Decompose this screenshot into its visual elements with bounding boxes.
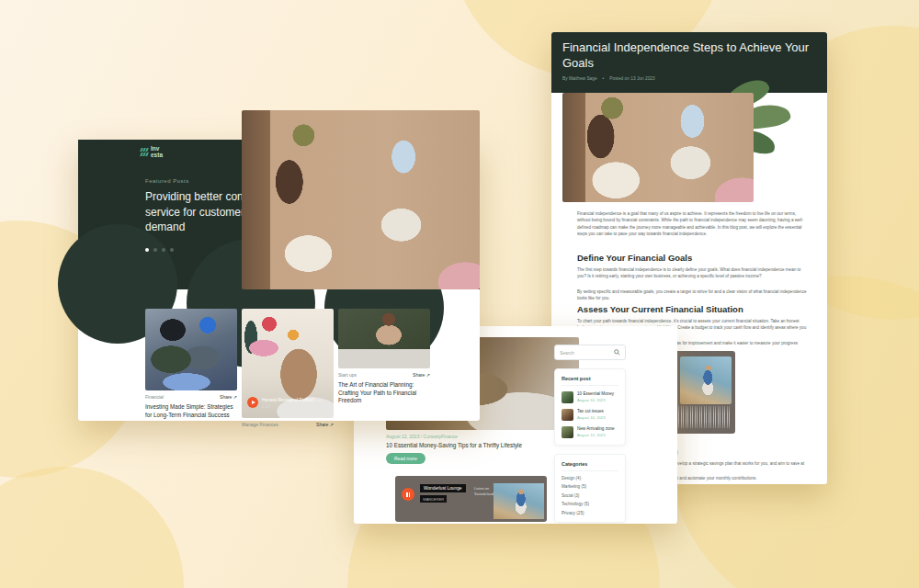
track-title[interactable]: Wonderlust Lounge xyxy=(420,484,466,492)
pause-button[interactable] xyxy=(402,488,414,501)
share-arrow-icon: ↗ xyxy=(233,394,237,400)
recent-posts-heading: Recent post xyxy=(562,376,618,386)
video-duration: 1:10 xyxy=(262,404,320,409)
search-icon[interactable] xyxy=(614,349,620,356)
categories-widget: Categories Design (4) Marketing (5) Soci… xyxy=(554,454,626,523)
post-category: Financial xyxy=(145,394,164,400)
hero-photo xyxy=(242,110,480,289)
audio-cover-photo xyxy=(680,356,732,404)
blog-sidebar: Recent post 10 Essential Money August 10… xyxy=(554,345,626,523)
carousel-dot[interactable] xyxy=(153,248,157,252)
recent-post-item[interactable]: 10 Essential Money August 10, 2023 xyxy=(562,391,618,403)
article-byline: By Matthew Sage • Posted on 13 Jun 2023 xyxy=(562,76,655,81)
category-item[interactable]: Social (3) xyxy=(562,493,618,498)
featured-posts-label: Featured Posts xyxy=(145,178,189,184)
read-more-button[interactable]: Read more xyxy=(386,453,425,464)
share-arrow-icon: ↗ xyxy=(330,422,334,427)
article-header: Financial Independence Steps to Achieve … xyxy=(551,32,827,93)
featured-post-title[interactable]: 10 Essential Money-Saving Tips for a Thr… xyxy=(386,442,579,448)
background-circle xyxy=(0,467,184,588)
post-card[interactable]: Start ups Share ↗ The Art of Financial P… xyxy=(338,309,430,405)
carousel-dot[interactable] xyxy=(145,248,149,252)
video-overlay: Honest Review of Perfect .... 1:10 xyxy=(247,397,320,409)
post-share-link[interactable]: Share ↗ xyxy=(316,422,334,427)
category-item[interactable]: Technology (5) xyxy=(562,502,618,506)
post-title[interactable]: Investing Made Simple: Strategies for Lo… xyxy=(145,403,237,419)
search-input[interactable] xyxy=(560,350,613,356)
article-hero-photo xyxy=(562,93,754,202)
play-button-icon[interactable] xyxy=(247,397,258,408)
featured-post-meta: August 12, 2023 / CuriosityFinance Share… xyxy=(386,434,579,439)
article-title: Financial Independence Steps to Achieve … xyxy=(562,40,824,71)
carousel-dots xyxy=(145,248,174,252)
recent-post-thumbnail xyxy=(562,391,573,403)
category-item[interactable]: Design (4) xyxy=(562,476,618,481)
post-category: Manage Finances xyxy=(242,422,278,427)
post-image xyxy=(338,309,430,368)
search-box[interactable] xyxy=(554,345,626,360)
soundcloud-player: Wonderlust Lounge WANDERER Listen on Sou… xyxy=(395,476,547,522)
post-video-image: Honest Review of Perfect .... 1:10 xyxy=(242,309,334,418)
article-section-heading: Assess Your Current Financial Situation xyxy=(577,304,743,314)
recent-posts-widget: Recent post 10 Essential Money August 10… xyxy=(554,368,626,446)
track-artist[interactable]: WANDERER xyxy=(420,495,447,503)
article-paragraph: By setting specific and measurable goals… xyxy=(577,288,807,302)
byline-separator-icon: • xyxy=(603,76,605,81)
investa-logo-icon xyxy=(141,148,148,156)
article-posted-date: Posted on 13 Jun 2023 xyxy=(609,76,654,81)
category-item[interactable]: Marketing (5) xyxy=(562,484,618,489)
design-showcase-canvas: Financial Independence Steps to Achieve … xyxy=(0,0,919,588)
article-author: By Matthew Sage xyxy=(562,76,597,81)
recent-post-thumbnail xyxy=(562,426,573,438)
video-title: Honest Review of Perfect .... xyxy=(262,397,320,402)
post-share-link[interactable]: Share ↗ xyxy=(413,372,430,378)
article-section-heading: Define Your Financial Goals xyxy=(577,253,692,263)
carousel-dot[interactable] xyxy=(162,248,165,252)
recent-post-item[interactable]: New Arrivaling zone August 12, 2023 xyxy=(562,426,618,438)
recent-post-thumbnail xyxy=(562,409,573,421)
home-page-card: Inv esta Featured Posts Providing better… xyxy=(78,140,480,421)
post-image xyxy=(145,309,237,390)
investa-logo[interactable]: Inv esta xyxy=(141,146,163,158)
post-title[interactable]: The Art of Financial Planning: Crafting … xyxy=(338,381,430,405)
featured-post-date: August 12, 2023 / CuriosityFinance xyxy=(386,434,458,439)
post-share-link[interactable]: Share ↗ xyxy=(220,394,237,400)
share-arrow-icon: ↗ xyxy=(426,372,430,378)
post-category: Start ups xyxy=(338,372,357,378)
article-paragraph: The first step towards financial indepen… xyxy=(577,266,807,280)
listen-on-label[interactable]: Listen on Soundcloud xyxy=(474,486,494,497)
carousel-dot[interactable] xyxy=(170,248,174,252)
article-intro-paragraph: Financial independence is a goal that ma… xyxy=(577,210,807,238)
category-item[interactable]: Privacy (25) xyxy=(562,511,618,515)
track-cover-photo xyxy=(494,483,544,519)
post-card[interactable]: Financial Share ↗ Investing Made Simple:… xyxy=(145,309,237,419)
categories-heading: Categories xyxy=(562,461,618,471)
recent-post-item[interactable]: Tax cut issues August 10, 2023 xyxy=(562,409,618,421)
investa-logo-text: Inv esta xyxy=(151,146,163,158)
post-card[interactable]: Honest Review of Perfect .... 1:10 Manag… xyxy=(242,309,334,427)
